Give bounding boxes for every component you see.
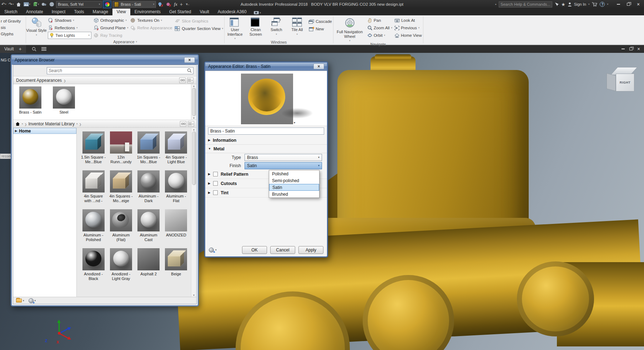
browser-tab-vault[interactable]: Vault + — [0, 45, 26, 53]
expand-arrow-icon[interactable]: ▶ — [208, 139, 210, 142]
thumbnail-view-button[interactable] — [180, 121, 186, 127]
favorites-star-icon[interactable]: ★ — [561, 2, 565, 7]
zoom-all-button[interactable]: Zoom All▾ — [367, 24, 392, 31]
expand-arrow-icon[interactable]: ▶ — [208, 182, 210, 185]
material-item[interactable]: Beige — [163, 248, 188, 281]
material-item[interactable]: Aluminum - Dark — [136, 170, 161, 204]
tab-tools[interactable]: Tools — [70, 9, 88, 15]
collapse-search-icon[interactable]: ▸ — [495, 3, 497, 6]
viewcube-left-face[interactable] — [607, 73, 616, 91]
orbit-button[interactable]: Orbit▾ — [367, 32, 392, 39]
tab-environments[interactable]: Environments — [130, 9, 165, 15]
breadcrumb-library-label[interactable]: Inventor Material Library — [29, 121, 75, 126]
appearance-panel-label[interactable]: Appearance▾ — [26, 39, 224, 44]
finish-option-polished[interactable]: Polished — [269, 170, 319, 177]
chevron-down-icon[interactable]: ▾ — [76, 122, 78, 125]
cascade-button[interactable]: Cascade — [308, 18, 332, 25]
list-view-button[interactable]: ▾ — [188, 121, 194, 127]
tab-annotate[interactable]: Annotate — [22, 9, 47, 15]
appearance-wheel-button[interactable] — [103, 1, 111, 8]
cancel-button[interactable]: Cancel — [270, 246, 295, 254]
previous-view-button[interactable]: Previous▾ — [394, 24, 422, 31]
scrollbar-thumb[interactable] — [192, 88, 196, 116]
tab-autodesk-a360[interactable]: Autodesk A360 — [213, 9, 251, 15]
chevron-down-icon[interactable]: ▾ — [22, 122, 23, 125]
undo-button[interactable]: ↶▾ — [1, 1, 7, 8]
finish-option-brushed[interactable]: Brushed — [269, 191, 319, 198]
scroll-up-icon[interactable]: ▲ — [193, 85, 195, 87]
minimize-button[interactable] — [613, 1, 623, 8]
tab-sketch[interactable]: Sketch — [0, 9, 22, 15]
shadows-button[interactable]: ✗ Shadows▾ — [48, 17, 91, 24]
metal-section-header[interactable]: ▼ Metal — [205, 145, 327, 153]
apply-button[interactable]: Apply — [298, 246, 323, 254]
material-item[interactable]: 1.5in Square - Me...Blue — [81, 131, 106, 165]
material-item[interactable]: ANODIZED — [163, 209, 188, 242]
material-item[interactable]: 4in Squares - Mo...eige — [109, 170, 134, 204]
material-item[interactable]: Asphalt 2 — [136, 248, 161, 281]
preview-swatch[interactable] — [241, 74, 293, 124]
tab-inspect[interactable]: Inspect — [47, 9, 70, 15]
doc-close-button[interactable]: × — [635, 46, 643, 52]
thumbnail-view-button[interactable] — [179, 78, 186, 83]
list-view-button[interactable]: ▾ — [187, 78, 193, 83]
expand-arrow-icon[interactable]: ▶ — [208, 191, 210, 194]
expand-arrow-icon[interactable]: ▶ — [15, 129, 17, 132]
cutouts-checkbox[interactable] — [213, 181, 218, 186]
measure-button[interactable] — [41, 1, 47, 8]
add-qat-button[interactable]: + — [179, 1, 183, 8]
visual-style-button[interactable]: Visual Style ▾ — [26, 17, 47, 36]
material-item[interactable]: Aluminum (Flat) — [109, 209, 134, 242]
browser-search-input[interactable] — [49, 68, 187, 73]
type-combo[interactable]: Brass ▾ — [245, 154, 322, 161]
create-appearance-button[interactable]: ▾ — [29, 298, 36, 303]
clipped-item-analysis[interactable]: sis — [1, 25, 24, 30]
tree-item-home[interactable]: ▶ Home — [13, 128, 76, 134]
quarter-section-view-button[interactable]: Quarter Section View▾ — [175, 25, 223, 32]
preview-options-chevron-icon[interactable]: ▾ — [294, 121, 295, 124]
material-grid-scrollbar[interactable]: ▲ ▼ — [191, 128, 196, 297]
parameters-button[interactable]: fx — [173, 1, 178, 8]
appearance-browser-titlebar[interactable]: Appearance Browser × — [12, 55, 198, 65]
expand-arrow-icon[interactable]: ▶ — [208, 172, 210, 176]
relief-pattern-checkbox[interactable] — [213, 172, 218, 176]
tab-view[interactable]: View — [112, 9, 130, 15]
create-duplicate-button[interactable]: ▾ — [209, 248, 217, 252]
full-navigation-wheel-button[interactable]: Full Navigation Wheel ▾ — [333, 17, 366, 42]
lighting-style-combo[interactable]: Two Lights ▾ — [48, 32, 91, 39]
user-interface-button[interactable]: User Interface ▾ — [225, 17, 245, 40]
textures-on-button[interactable]: Textures On▾ — [130, 17, 172, 24]
viewcube-right-face[interactable]: RIGHT — [616, 74, 634, 91]
material-item[interactable]: 12in Runn...undy — [109, 131, 134, 165]
document-appearances-header[interactable]: Document Appearances › ▾ — [13, 76, 196, 84]
home-button[interactable] — [15, 1, 22, 8]
tint-checkbox[interactable] — [213, 190, 218, 195]
material-item[interactable]: Anodized - Black — [81, 248, 106, 281]
render-button[interactable]: ▾ — [23, 1, 31, 8]
material-item[interactable]: Aluminum Cast — [136, 209, 161, 242]
scrollbar-thumb[interactable] — [192, 131, 196, 185]
doc-appearance-item[interactable]: Steel — [52, 86, 75, 120]
tab-manage[interactable]: Manage — [88, 9, 112, 15]
clipped-item-gravity[interactable]: r of Gravity — [1, 19, 24, 23]
tile-all-button[interactable]: Tile All ▾ — [287, 17, 307, 36]
reflections-button[interactable]: ✗ Reflections▾ — [48, 24, 91, 31]
home-view-button[interactable]: Home View — [394, 32, 422, 39]
switch-windows-button[interactable]: Switch ▾ — [266, 17, 287, 36]
browser-menu-icon[interactable] — [41, 47, 46, 51]
new-window-button[interactable]: ✱ New — [308, 25, 332, 32]
tab-vault[interactable]: Vault — [195, 9, 213, 15]
tab-get-started[interactable]: Get Started — [165, 9, 195, 15]
appearance-editor-titlebar[interactable]: Appearance Editor: Brass - Satin × — [205, 62, 327, 71]
doc-list-scrollbar[interactable]: ▲ ▼ — [191, 84, 196, 120]
doc-minimize-button[interactable] — [619, 46, 627, 52]
help-chevron-icon[interactable]: ▾ — [607, 3, 608, 6]
ribbon-display-button[interactable]: ▾ — [251, 11, 264, 15]
scroll-down-icon[interactable]: ▼ — [193, 294, 195, 296]
close-button[interactable]: × — [633, 1, 643, 8]
information-section-header[interactable]: ▶ Information — [205, 136, 327, 145]
material-item[interactable]: 4in Square with ...nd - — [81, 170, 106, 204]
material-globe-button[interactable] — [49, 1, 55, 8]
restore-button[interactable] — [623, 1, 633, 8]
browser-search-field[interactable] — [47, 67, 193, 74]
